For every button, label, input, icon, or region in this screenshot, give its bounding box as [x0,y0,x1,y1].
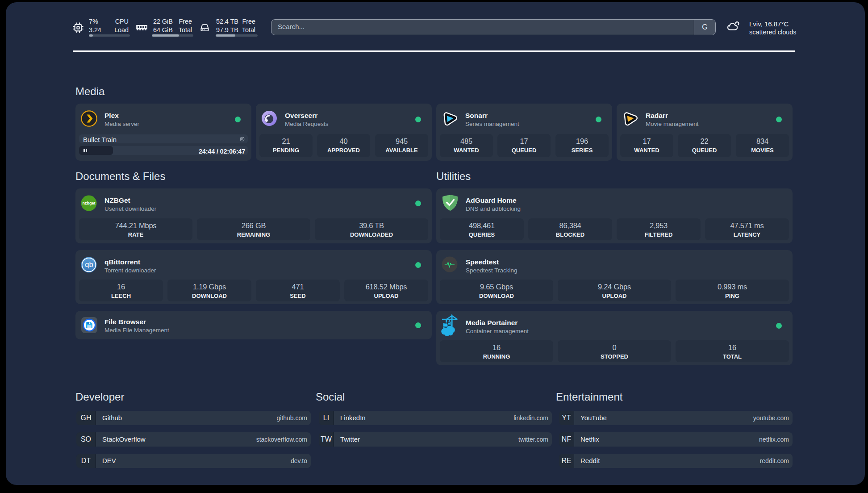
svg-text:qb: qb [85,260,93,268]
svg-text:nzbget: nzbget [83,201,96,205]
